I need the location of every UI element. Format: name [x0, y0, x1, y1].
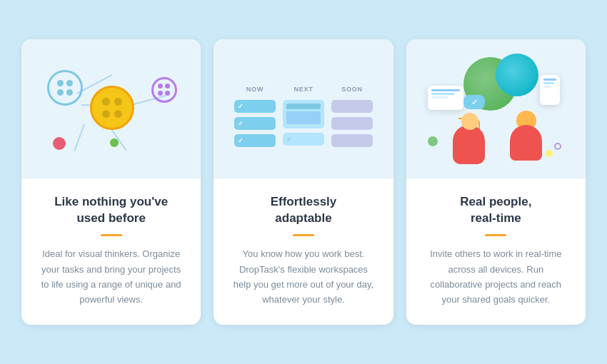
check-bubble: ✓ [463, 95, 485, 109]
kanban-col-soon: SOON [331, 86, 373, 147]
deco-circle-outline [554, 143, 561, 150]
kanban-col-next: NEXT ✓ [283, 86, 324, 146]
top-left-node [47, 70, 83, 106]
card-realtime-title: Real people, real-time [422, 194, 570, 227]
bottom-mid-node [110, 138, 119, 147]
kanban-next-card-2: ✓ [283, 133, 324, 146]
kanban-now-label: NOW [246, 86, 264, 93]
device-laptop [428, 86, 463, 110]
kanban-now-card-3: ✓ [234, 134, 276, 147]
card-realtime-illustration: ✓ [406, 39, 586, 178]
deco-circle-yellow [546, 150, 553, 157]
card-visual-illustration [21, 39, 201, 178]
kanban-col-now: NOW ✓ ✓ ✓ [234, 86, 276, 147]
person-figure [506, 111, 546, 161]
center-node [90, 86, 134, 130]
card-realtime-divider [485, 234, 506, 236]
kanban-now-card-1: ✓ [234, 100, 276, 113]
card-visual: Like nothing you've used before Ideal fo… [21, 39, 201, 325]
card-visual-divider [101, 234, 122, 236]
card-adaptable-illustration: NOW ✓ ✓ ✓ NEXT ✓ SOON [214, 39, 393, 178]
card-adaptable: NOW ✓ ✓ ✓ NEXT ✓ SOON [214, 39, 393, 325]
kanban-soon-card-3 [331, 134, 373, 147]
kanban-soon-card-2 [331, 117, 373, 130]
kanban-next-label: NEXT [294, 86, 313, 93]
kanban-soon-card-1 [331, 100, 373, 113]
bottom-left-node [53, 137, 66, 150]
card-adaptable-divider [293, 234, 314, 236]
card-visual-body: Like nothing you've used before Ideal fo… [21, 178, 201, 325]
card-realtime-body: Real people, real-time Invite others to … [406, 178, 586, 325]
cards-container: Like nothing you've used before Ideal fo… [0, 19, 607, 345]
card-adaptable-title: Effortlessly adaptable [229, 194, 377, 227]
card-realtime: ✓ Real people, real-time [406, 39, 586, 325]
globe-teal [496, 54, 538, 96]
device-phone [540, 75, 560, 105]
top-right-node [151, 77, 177, 103]
network-illustration [40, 56, 183, 163]
deco-circle-green [428, 136, 438, 146]
kanban-illustration: NOW ✓ ✓ ✓ NEXT ✓ SOON [234, 71, 373, 147]
person2-body [453, 125, 485, 164]
card-realtime-desc: Invite others to work in real-time acros… [422, 246, 570, 308]
card-adaptable-body: Effortlessly adaptable You know how you … [214, 178, 393, 325]
kanban-now-card-2: ✓ [234, 117, 276, 130]
card-visual-desc: Ideal for visual thinkers. Organize your… [37, 246, 185, 308]
kanban-soon-label: SOON [341, 86, 363, 93]
card-visual-title: Like nothing you've used before [37, 194, 185, 227]
collaboration-illustration: ✓ [424, 54, 567, 164]
card-adaptable-desc: You know how you work best. DropTask's f… [229, 246, 377, 308]
